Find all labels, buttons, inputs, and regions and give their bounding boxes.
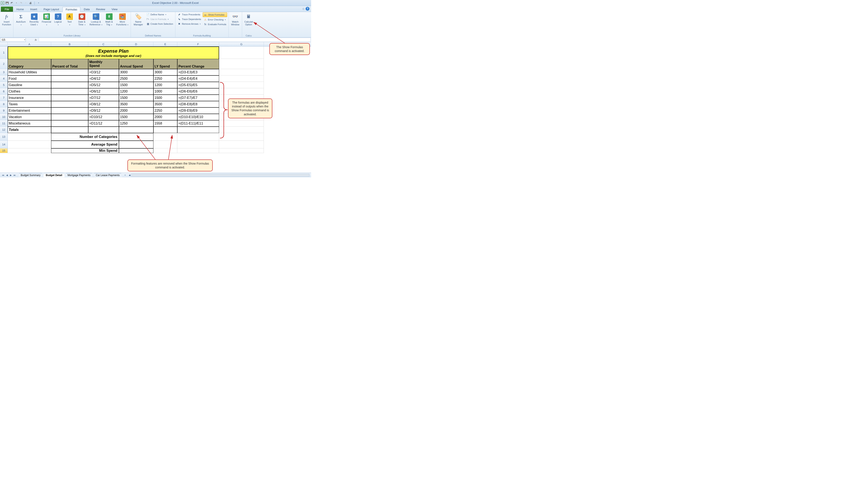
cell-A14[interactable]	[8, 141, 51, 148]
col-header-E[interactable]: E	[153, 42, 177, 46]
show-formulas-button[interactable]: ⅏Show Formulas	[203, 12, 227, 17]
use-in-formula-button[interactable]: f✎Use in Formula ▾	[145, 17, 174, 21]
cell-E3[interactable]: 3000	[153, 69, 177, 75]
tab-formulas[interactable]: Formulas	[63, 7, 80, 12]
remove-arrows-button[interactable]: ✖Remove Arrows ▾	[177, 22, 202, 26]
cell-D4[interactable]: 2500	[119, 75, 153, 82]
cell-C3[interactable]: =D3/12	[88, 69, 119, 75]
cell-G14[interactable]	[219, 141, 264, 148]
sheet-tab-budget-detail[interactable]: Budget Detail	[43, 173, 65, 177]
header-monthly-spend[interactable]: Monthly Spend	[88, 59, 119, 69]
cell-G12[interactable]	[219, 126, 264, 133]
col-header-B[interactable]: B	[51, 42, 88, 46]
cell-B9[interactable]	[51, 107, 88, 114]
row-header-13[interactable]: 13	[0, 133, 8, 141]
cell-D12[interactable]	[119, 126, 153, 133]
row-header-1[interactable]: 1	[0, 47, 8, 59]
recently-used-button[interactable]: ★ Recently Used ▾	[28, 12, 40, 27]
cell-A10[interactable]: Vacation	[8, 114, 51, 120]
more-functions-button[interactable]: 📚 More Functions ▾	[115, 12, 129, 27]
cell-A3[interactable]: Household Utilities	[8, 69, 51, 75]
cell-G2[interactable]	[219, 59, 264, 69]
redo-icon[interactable]: ↷	[19, 1, 23, 5]
cell-E12[interactable]	[153, 126, 177, 133]
cell-G5[interactable]	[219, 82, 264, 88]
cell-B4[interactable]	[51, 75, 88, 82]
cell-D9[interactable]: 2000	[119, 107, 153, 114]
cell-D7[interactable]: 1500	[119, 95, 153, 101]
cell-G3[interactable]	[219, 69, 264, 75]
cell-E7[interactable]: 1500	[153, 95, 177, 101]
label-min-spend[interactable]: Min Spend	[51, 148, 119, 153]
cell-A6[interactable]: Clothes	[8, 88, 51, 95]
cell-D8[interactable]: 3500	[119, 101, 153, 107]
cell-G4[interactable]	[219, 75, 264, 82]
cell-D10[interactable]: 1500	[119, 114, 153, 120]
cell-B6[interactable]	[51, 88, 88, 95]
new-sheet-button[interactable]: ✧	[123, 173, 127, 177]
cell-F12[interactable]	[177, 126, 219, 133]
trace-precedents-button[interactable]: ⬈Trace Precedents	[177, 12, 202, 17]
cell-F3[interactable]: =(D3-E3)/E3	[177, 69, 219, 75]
define-name-button[interactable]: 📄Define Name ▾	[145, 12, 174, 17]
tab-insert[interactable]: Insert	[27, 6, 40, 12]
cell-G6[interactable]	[219, 88, 264, 95]
tab-review[interactable]: Review	[93, 6, 108, 12]
calculation-options-button[interactable]: 🖩 Calculat Option	[243, 12, 254, 27]
label-num-categories[interactable]: Number of Categories	[51, 133, 119, 141]
tab-home[interactable]: Home	[14, 6, 27, 12]
date-time-button[interactable]: 🕐 Date & Time ▾	[76, 12, 88, 27]
row-header-4[interactable]: 4	[0, 75, 8, 82]
sheet-tab-budget-summary[interactable]: Budget Summary	[18, 173, 43, 177]
text-button[interactable]: A Text▾	[64, 12, 75, 27]
cell-B8[interactable]	[51, 101, 88, 107]
row-header-10[interactable]: 10	[0, 114, 8, 120]
cell-A7[interactable]: Insurance	[8, 95, 51, 101]
cell-G11[interactable]	[219, 120, 264, 126]
cell-E11[interactable]: 1558	[153, 120, 177, 126]
watch-window-button[interactable]: 👓 Watch Window	[230, 12, 241, 27]
label-avg-spend[interactable]: Average Spend	[51, 141, 119, 148]
logical-button[interactable]: ? Logical▾	[53, 12, 63, 27]
title-merged-cell[interactable]: Expense Plan (Does not include mortgage …	[8, 47, 219, 59]
cell-D6[interactable]: 1200	[119, 88, 153, 95]
redo-dropdown[interactable]: ▾	[24, 1, 28, 5]
cell-F4[interactable]: =(D4-E4)/E4	[177, 75, 219, 82]
select-all-corner[interactable]	[0, 42, 8, 46]
cell-E10[interactable]: 2000	[153, 114, 177, 120]
cell-F11[interactable]: =(D11-E11)/E11	[177, 120, 219, 126]
error-checking-button[interactable]: ⚠Error Checking ▾	[203, 17, 227, 22]
cell-C12[interactable]	[88, 126, 119, 133]
cell-A9[interactable]: Entertainment	[8, 107, 51, 114]
cell-C8[interactable]: =D8/12	[88, 101, 119, 107]
header-annual-spend[interactable]: Annual Spend	[119, 59, 153, 69]
row-header-12[interactable]: 12	[0, 126, 8, 133]
financial-button[interactable]: 📊 Financial▾	[41, 12, 52, 27]
cell-D11[interactable]: 1250	[119, 120, 153, 126]
cell-C11[interactable]: =D11/12	[88, 120, 119, 126]
trace-dependents-button[interactable]: ⬊Trace Dependents	[177, 17, 202, 21]
cell-C10[interactable]: =D10/12	[88, 114, 119, 120]
cell-A4[interactable]: Food	[8, 75, 51, 82]
cell-A12-totals[interactable]: Totals	[8, 126, 51, 133]
cell-F7[interactable]: =(D7-E7)/E7	[177, 95, 219, 101]
math-trig-button[interactable]: θ Math & Trig ▾	[104, 12, 115, 27]
tab-data[interactable]: Data	[81, 6, 92, 12]
cell-G13[interactable]	[219, 133, 264, 141]
name-box-dropdown-icon[interactable]: ▾	[24, 39, 25, 41]
sheet-nav-next[interactable]: ▶	[9, 173, 13, 177]
col-header-A[interactable]: A	[8, 42, 51, 46]
quick-print-icon[interactable]: 🖨	[29, 1, 32, 5]
cell-F13[interactable]	[177, 133, 219, 141]
row-header-2[interactable]: 2	[0, 59, 8, 69]
cell-F5[interactable]: =(D5-E5)/E5	[177, 82, 219, 88]
cell-D13[interactable]	[119, 133, 153, 141]
create-from-selection-button[interactable]: ▦Create from Selection	[145, 22, 174, 26]
name-box[interactable]: I15 ▾	[0, 38, 26, 42]
sheet-nav-first[interactable]: ⏮	[1, 173, 5, 177]
col-header-G[interactable]: G	[219, 42, 264, 46]
save-icon[interactable]: 💾	[5, 1, 9, 5]
cell-F8[interactable]: =(D8-E8)/E8	[177, 101, 219, 107]
sheet-nav-last[interactable]: ⏭	[13, 173, 17, 177]
cell-F10[interactable]: =(D10-E10)/E10	[177, 114, 219, 120]
